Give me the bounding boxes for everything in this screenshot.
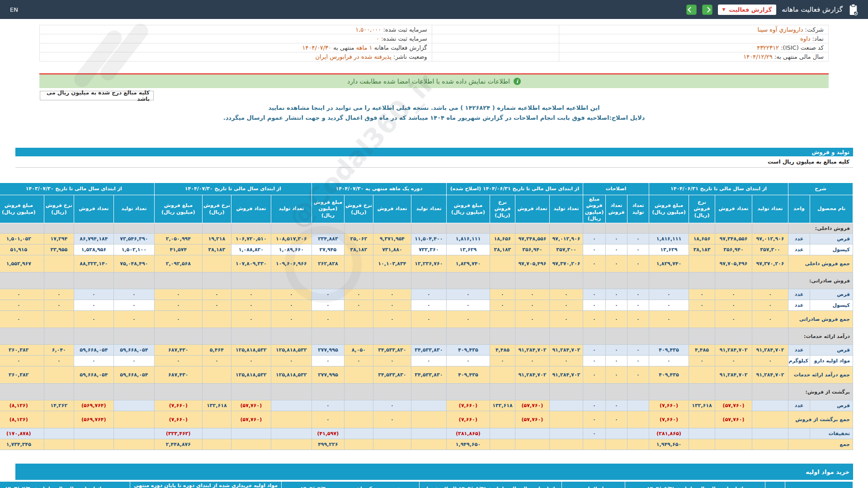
table-cell	[231, 223, 271, 234]
sub-column-header: مبلغ فروش (میلیون ریال)	[0, 195, 44, 223]
table-cell: ۰	[627, 289, 649, 300]
table-cell: ۰	[627, 311, 649, 328]
table-cell: ۰	[271, 300, 311, 311]
table-cell	[689, 255, 715, 272]
table-cell	[113, 428, 154, 439]
info-row: نماد: داوهسرمایه ثبت نشده: ۰	[40, 34, 829, 43]
table-cell: ۰	[627, 300, 649, 311]
table-cell: ۹۱,۲۸۴,۷۰۲	[515, 366, 549, 384]
table-cell: ۱۰۸,۵۱۷,۳۰۶	[271, 234, 311, 244]
table-cell: ۰	[311, 289, 344, 300]
table-cell: (۲۸۱,۸۶۵)	[446, 428, 490, 439]
next-report-button[interactable]	[702, 5, 712, 15]
top-bar-right: گزارش فعالیت ماهانه گزارش فعالیت ▼	[686, 4, 858, 16]
table-cell: (۴۱,۵۹۷)	[311, 428, 344, 439]
report-type-dropdown[interactable]: گزارش فعالیت ▼	[718, 5, 777, 15]
table-cell: ۱,۹۴۹,۶۵۰	[649, 439, 689, 450]
table-cell: ۰	[605, 244, 627, 255]
info-cell-left: سرمایه ثبت نشده: ۰	[40, 34, 432, 43]
table-cell	[154, 223, 202, 234]
table-cell: ۰	[0, 289, 44, 300]
table-cell: ۰	[373, 300, 411, 311]
table-cell: ۱,۰۸۸,۸۲۰	[231, 244, 271, 255]
table-cell: ۱۳۲,۶۱۸	[490, 400, 515, 411]
table-row: جمع۱,۹۴۹,۶۵۰۱,۹۴۹,۶۵۰۴۹۹,۲۲۶۲,۴۴۸,۸۷۶۱,۷…	[0, 439, 853, 450]
table-cell: ۹۱,۲۸۴,۷۰۲	[549, 366, 583, 384]
table-cell	[649, 384, 689, 400]
table-cell: ۳۴,۵۳۳,۸۳۰	[411, 366, 446, 384]
sub-column-header: مبلغ فروش (میلیون ریال)	[154, 195, 202, 223]
table-cell	[752, 411, 788, 428]
table-cell	[411, 411, 446, 428]
table-cell	[752, 272, 788, 289]
table-cell	[113, 400, 154, 411]
table-cell: ۰	[549, 311, 583, 328]
info-cell-left: گزارش فعالیت ماهانه ۱ ماهه منتهی به ۱۴۰۴…	[40, 43, 432, 52]
table-cell: ۰	[202, 356, 231, 366]
table-cell: ۱,۸۱۶,۱۱۱	[649, 234, 689, 244]
table-cell: ۳۵۷,۳۰۰	[549, 244, 583, 255]
sharh-column-header: شرح	[785, 482, 853, 488]
table-cell	[271, 328, 311, 345]
table-cell	[373, 272, 411, 289]
group-header-2: از ابتدای سال مالی تا تاریخ ۱۴۰۴/۰۶/۳۱ (…	[446, 183, 583, 195]
table-cell: ۰	[44, 300, 74, 311]
table-cell	[549, 439, 583, 450]
table-cell	[490, 255, 515, 272]
table-cell	[411, 439, 446, 450]
table-row: جمع برگشت از فروش(۵۷,۷۶۰)(۷,۶۶۰)۰۰(۵۷,۷۶…	[0, 411, 853, 428]
table-cell: ۹۱,۲۸۴,۷۰۲	[752, 345, 788, 356]
unit-cell: کیلوگرم	[788, 356, 810, 366]
table-cell	[44, 411, 74, 428]
table-row: تخفیفات(۲۸۱,۸۶۵)۰(۲۸۱,۸۶۵)(۴۱,۵۹۷)(۳۲۳,۴…	[0, 428, 853, 439]
info-value: ۱۴۰۴/۱۲/۲۹	[743, 53, 773, 60]
table-cell	[605, 428, 627, 439]
table-row: درآمد ارائه خدمات:	[0, 328, 853, 345]
table-cell	[752, 439, 788, 450]
clipboard-icon[interactable]	[848, 4, 858, 16]
table-cell	[202, 311, 231, 328]
table-cell: ۱۰۷,۸۰۹,۳۳۰	[231, 255, 271, 272]
table-cell: ۰	[344, 289, 373, 300]
sub-column-header: تعداد فروش	[373, 195, 411, 223]
table-cell: ۰	[311, 400, 344, 411]
table-cell: ۴۰۹,۴۳۵	[446, 366, 490, 384]
table-cell	[202, 328, 231, 345]
table-cell	[74, 428, 113, 439]
table-cell: ۱,۵۰۱,۰۵۲	[0, 234, 44, 244]
table-cell	[549, 400, 583, 411]
table-cell	[583, 384, 605, 400]
table-cell	[154, 384, 202, 400]
table-cell: ۰	[74, 356, 113, 366]
table-cell	[490, 439, 515, 450]
table-cell	[344, 411, 373, 428]
info-cell-right: شرکت: داروسازي آوه سینا	[559, 25, 829, 34]
table-cell: ۰	[752, 289, 788, 300]
previous-version-link[interactable]: اینجا	[311, 104, 325, 111]
table-cell	[113, 411, 154, 428]
info-cell-right: نماد: داوه	[559, 34, 829, 43]
table-cell: ۴۰۹,۴۳۵	[649, 345, 689, 356]
table-cell: ۲۷۷,۹۹۵	[311, 345, 344, 356]
table-cell: ۰	[752, 300, 788, 311]
table-cell	[549, 428, 583, 439]
page-title: گزارش فعالیت ماهانه	[782, 5, 843, 14]
table-cell	[627, 223, 649, 234]
table-cell: ۱,۸۲۹,۷۴۰	[649, 255, 689, 272]
table-cell: ۹۱,۲۸۴,۷۰۲	[715, 366, 752, 384]
table-cell	[490, 272, 515, 289]
sum-label: جمع فروش صادراتی	[788, 311, 853, 328]
table-cell	[202, 439, 231, 450]
table-cell: ۰	[649, 300, 689, 311]
table-row: جمع فروش داخلی۹۷,۳۷۰,۲۰۶۹۷,۷۰۵,۴۹۶۱,۸۲۹,…	[0, 255, 853, 272]
table-cell: ۱,۸۲۹,۷۴۰	[446, 255, 490, 272]
table-cell: ۰	[549, 356, 583, 366]
language-switch-en[interactable]: EN	[10, 6, 18, 13]
table-cell: (۲۸۱,۸۶۵)	[649, 428, 689, 439]
table-cell: ۰	[605, 400, 627, 411]
table-cell	[271, 411, 311, 428]
table-cell: ۱۰۶,۷۲۰,۵۱۰	[231, 234, 271, 244]
info-label: گزارش فعالیت ماهانه	[373, 44, 427, 51]
previous-report-button[interactable]	[686, 5, 697, 15]
sales-table: شرحاز ابتدای سال مالی تا تاریخ ۱۴۰۴/۰۶/۳…	[0, 183, 853, 450]
